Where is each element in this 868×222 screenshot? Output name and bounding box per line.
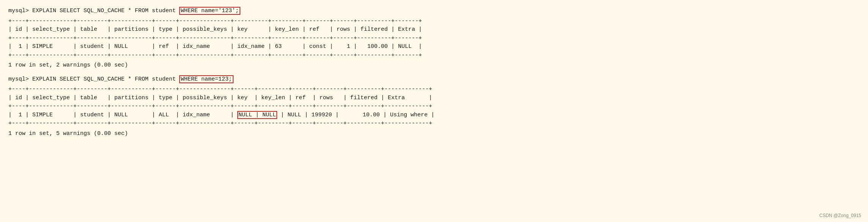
result-1: 1 row in set, 2 warnings (0.00 sec) — [8, 61, 860, 70]
data-row-2: | 1 | SIMPLE | student | NULL | ALL | id… — [8, 111, 860, 120]
where-clause-2: WHERE name=123; — [179, 75, 234, 83]
where-clause-1: WHERE name='123'; — [179, 7, 240, 15]
data-row-2-post: | NULL | 199920 | 10.00 | Using where | — [277, 112, 434, 118]
header-row-2: | id | select_type | table | partitions … — [8, 94, 860, 103]
command-prompt-1: mysql> EXPLAIN SELECT SQL_NO_CACHE * FRO… — [8, 8, 179, 14]
query-block-1: mysql> EXPLAIN SELECT SQL_NO_CACHE * FRO… — [8, 7, 860, 70]
separator-1c: +----+-------------+---------+----------… — [8, 51, 860, 60]
data-row-2-pre: | 1 | SIMPLE | student | NULL | ALL | id… — [8, 112, 237, 118]
query-block-2: mysql> EXPLAIN SELECT SQL_NO_CACHE * FRO… — [8, 75, 860, 138]
separator-2a: +----+-------------+---------+----------… — [8, 85, 860, 94]
separator-2c: +----+-------------+---------+----------… — [8, 119, 860, 128]
header-row-1: | id | select_type | table | partitions … — [8, 25, 860, 34]
command-line-1: mysql> EXPLAIN SELECT SQL_NO_CACHE * FRO… — [8, 7, 860, 16]
command-line-2: mysql> EXPLAIN SELECT SQL_NO_CACHE * FRO… — [8, 75, 860, 84]
null-highlight: NULL | NULL — [237, 111, 277, 119]
data-row-1: | 1 | SIMPLE | student | NULL | ref | id… — [8, 43, 860, 51]
separator-1b: +----+-------------+---------+----------… — [8, 34, 860, 43]
separator-1a: +----+-------------+---------+----------… — [8, 17, 860, 26]
result-2: 1 row in set, 5 warnings (0.00 sec) — [8, 130, 860, 138]
command-prompt-2: mysql> EXPLAIN SELECT SQL_NO_CACHE * FRO… — [8, 76, 179, 82]
separator-2b: +----+-------------+---------+----------… — [8, 102, 860, 111]
watermark: CSDN @Zong_0915 — [819, 213, 861, 218]
